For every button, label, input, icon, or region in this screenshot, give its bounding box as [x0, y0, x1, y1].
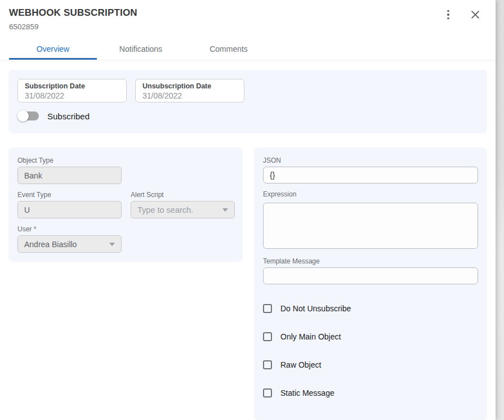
- user-label: User *: [17, 225, 234, 233]
- object-type-field: Bank: [17, 167, 122, 184]
- checkbox-icon: [263, 304, 272, 313]
- tab-overview[interactable]: Overview: [9, 39, 97, 60]
- static-message-checkbox[interactable]: Static Message: [263, 388, 478, 398]
- subscribed-toggle-label: Subscribed: [47, 111, 90, 121]
- tab-notifications[interactable]: Notifications: [97, 39, 185, 60]
- do-not-unsubscribe-checkbox[interactable]: Do Not Unsubscribe: [263, 303, 478, 314]
- unsubscription-date-label: Unsubscription Date: [142, 82, 237, 90]
- chevron-down-icon: [109, 243, 115, 246]
- only-main-object-checkbox[interactable]: Only Main Object: [263, 332, 478, 342]
- json-label: JSON: [263, 157, 478, 164]
- event-type-label: Event Type: [17, 191, 122, 199]
- dialog-title: WEBHOOK SUBSCRIPTION: [9, 7, 137, 19]
- object-type-label: Object Type: [17, 157, 234, 164]
- template-message-label: Template Message: [263, 257, 478, 265]
- subscribed-toggle[interactable]: [17, 110, 40, 122]
- checkbox-icon: [263, 332, 272, 341]
- tab-comments[interactable]: Comments: [185, 39, 273, 60]
- only-main-object-label: Only Main Object: [280, 332, 341, 341]
- unsubscription-date-value: 31/08/2022: [142, 91, 237, 100]
- json-input[interactable]: [263, 167, 478, 184]
- dialog-header: WEBHOOK SUBSCRIPTION 6502859 Overview No…: [0, 0, 496, 60]
- tab-bar: Overview Notifications Comments: [9, 39, 487, 60]
- do-not-unsubscribe-label: Do Not Unsubscribe: [280, 304, 351, 313]
- expression-label: Expression: [263, 190, 478, 198]
- alert-script-label: Alert Script: [131, 191, 235, 199]
- alert-script-select[interactable]: Type to search.: [131, 201, 235, 218]
- options-checkbox-group: Do Not Unsubscribe Only Main Object Raw …: [263, 303, 478, 412]
- event-type-field: U: [17, 201, 122, 218]
- subscription-date-label: Subscription Date: [25, 82, 119, 90]
- alert-script-placeholder: Type to search.: [137, 205, 219, 215]
- kebab-menu-icon[interactable]: [441, 8, 455, 21]
- subscription-date-value: 31/08/2022: [25, 91, 119, 100]
- record-id: 6502859: [9, 23, 137, 31]
- unsubscription-date-field[interactable]: Unsubscription Date 31/08/2022: [135, 79, 244, 102]
- raw-object-checkbox[interactable]: Raw Object: [263, 360, 478, 370]
- close-icon[interactable]: [469, 8, 482, 21]
- user-select[interactable]: Andrea Biasillo: [17, 235, 122, 253]
- subscription-date-field[interactable]: Subscription Date 31/08/2022: [17, 79, 127, 102]
- static-message-label: Static Message: [280, 388, 334, 397]
- background-page-strip: [495, 0, 504, 420]
- overview-tab-content: Subscription Date 31/08/2022 Unsubscript…: [0, 60, 496, 420]
- webhook-subscription-dialog: WEBHOOK SUBSCRIPTION 6502859 Overview No…: [0, 0, 496, 420]
- user-value: Andrea Biasillo: [24, 240, 106, 249]
- chevron-down-icon: [222, 208, 228, 212]
- checkbox-icon: [263, 388, 272, 397]
- expression-textarea[interactable]: [263, 203, 478, 249]
- details-panel: Object Type Bank Event Type U Alert Scri…: [8, 148, 243, 262]
- subscription-panel: Subscription Date 31/08/2022 Unsubscript…: [8, 70, 487, 133]
- message-panel: JSON Expression Template Message Do Not …: [254, 148, 487, 420]
- checkbox-icon: [263, 360, 272, 369]
- raw-object-label: Raw Object: [280, 360, 321, 369]
- template-message-input[interactable]: [263, 267, 478, 284]
